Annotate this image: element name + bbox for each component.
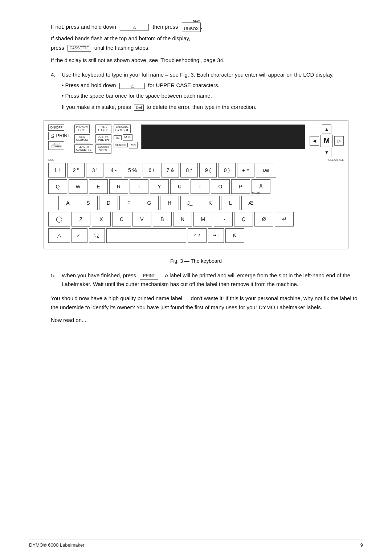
key-u[interactable]: U [170, 179, 189, 194]
mistake-text2: to delete the error, then type in the co… [147, 104, 257, 110]
number-row: 1 ! 2 " 3 ' 4 - 5 % 6 / 7 & 8 * 9 ( 0 ) … [48, 163, 344, 177]
para2-text: If shaded bands flash at the top and bot… [51, 35, 190, 41]
key-m[interactable]: M [193, 212, 212, 227]
bullet-1: • Press and hold down △ for UPPER CASE c… [62, 81, 334, 90]
key-c[interactable]: C [112, 212, 131, 227]
delta-key-bullet: △ [119, 83, 145, 89]
key-o[interactable]: O [211, 179, 230, 194]
size-key[interactable]: PREVIEW SIZE [74, 125, 90, 134]
copies-key[interactable]: 123...n COPIES [48, 141, 64, 150]
key-k[interactable]: K [201, 196, 220, 210]
paragraph-2b: press CASSETTE until the flashing stops. [51, 44, 363, 52]
nav-up-btn[interactable]: ▲ [322, 125, 331, 134]
del-key[interactable]: Del [256, 163, 276, 177]
final-para-1: You should now have a high quality print… [51, 294, 363, 312]
page-label: PAGE [252, 191, 260, 194]
press-word: press [51, 45, 64, 51]
key-s[interactable]: S [79, 196, 98, 210]
key-x[interactable]: X [92, 212, 111, 227]
nav-left-btn[interactable]: ◀ [310, 136, 319, 146]
key-ae[interactable]: Æ PAGE [241, 196, 260, 210]
key-i[interactable]: I [191, 179, 209, 194]
del-key-inline: Del [134, 105, 144, 111]
width-key[interactable]: JUSTIFY WIDTH [95, 134, 111, 143]
keyboard-top-section: ON/OFF 🖨 PRINT 123...n COPIES [48, 125, 344, 158]
width-row: JUSTIFY WIDTH [95, 134, 111, 143]
ulbox-key[interactable]: NEW UL/BOX [74, 134, 90, 143]
key-q[interactable]: Q [48, 179, 67, 194]
key-3[interactable]: 3 ' [86, 163, 103, 177]
lcd-display [141, 125, 305, 149]
space-key[interactable] [106, 228, 186, 243]
step-5: 5. When you have finished, press PRINT .… [51, 271, 363, 289]
step5-num: 5. [51, 271, 62, 289]
style-key[interactable]: ITALIC STYLE [95, 125, 111, 134]
print-key[interactable]: 🖨 PRINT [48, 132, 72, 140]
key-checkmark[interactable]: ✓ i [72, 228, 87, 243]
symbol-key[interactable]: BARCODE SYMBOL [114, 125, 131, 134]
nav-cluster: ▲ ◀ M ▷ ▼ [310, 125, 344, 158]
key-comma[interactable]: , · [214, 212, 233, 227]
mistake-text: If you make a mistake, press [62, 104, 131, 110]
key-j[interactable]: J_ [180, 196, 199, 210]
key-9[interactable]: 9 ( [199, 163, 217, 177]
step-4: 4. Use the keyboard to type in your full… [51, 70, 363, 112]
key-p[interactable]: P [231, 179, 250, 194]
key-f[interactable]: F [119, 196, 138, 210]
final-para1-text: You should now have a high quality print… [51, 295, 357, 311]
key-dots[interactable]: •• : [208, 228, 224, 243]
shift-left-key[interactable]: ◯ [48, 212, 70, 227]
key-8[interactable]: 8 * [180, 163, 198, 177]
key-g[interactable]: G [140, 196, 159, 210]
key-a[interactable]: A [58, 196, 77, 210]
mr-key[interactable]: MR [129, 142, 138, 148]
key-r[interactable]: R [109, 179, 128, 194]
mc-key[interactable]: MC [114, 135, 122, 140]
key-2[interactable]: 2 " [67, 163, 85, 177]
bullet-list: • Press and hold down △ for UPPER CASE c… [62, 81, 334, 112]
ulbox-row: NEW UL/BOX [74, 134, 93, 143]
style-row: ITALIC STYLE [95, 125, 111, 134]
on-off-key[interactable]: ON/OFF [48, 125, 64, 131]
key-o-slash[interactable]: Ø [254, 212, 273, 227]
search-row: SEARCH MR [114, 142, 138, 148]
new-label: NEW [193, 19, 200, 23]
key-z[interactable]: Z [72, 212, 90, 227]
key-5[interactable]: 5 % [124, 163, 141, 177]
key-y[interactable]: Y [150, 179, 169, 194]
key-d[interactable]: D [99, 196, 118, 210]
key-l[interactable]: L [221, 196, 240, 210]
nav-down-btn[interactable]: ▼ [322, 148, 331, 157]
size-row: PREVIEW SIZE [74, 125, 93, 134]
search-key[interactable]: SEARCH [114, 143, 128, 147]
key-b[interactable]: B [153, 212, 172, 227]
key-e[interactable]: E [89, 179, 108, 194]
key-caret[interactable]: ^ ? [188, 228, 207, 243]
key-4[interactable]: 4 - [105, 163, 122, 177]
key-plus[interactable]: + = [237, 163, 254, 177]
key-c-cedilla[interactable]: Ç [234, 212, 253, 227]
key-h[interactable]: H [160, 196, 179, 210]
cassette-row: LENGTH CASSETTE [74, 144, 93, 153]
key-6[interactable]: 6 / [143, 163, 160, 177]
step4-text: Use the keyboard to type in your full na… [62, 72, 334, 78]
key-0[interactable]: 0 ) [218, 163, 236, 177]
copies-row: 123...n COPIES [48, 141, 72, 150]
shift-right-key[interactable]: △ [48, 228, 70, 243]
key-1[interactable]: 1 ! [48, 163, 66, 177]
final-para-2: Now read on.... [51, 316, 363, 325]
key-n[interactable]: N [173, 212, 192, 227]
enter-key[interactable]: ↵ [275, 212, 294, 227]
paragraph-1: If not, press and hold down △ then press… [51, 22, 363, 32]
nav-right-btn[interactable]: ▷ [334, 136, 344, 146]
vert-key[interactable]: COLOUR VERT [95, 144, 111, 154]
key-n-tilde[interactable]: Ñ [225, 228, 244, 243]
key-7[interactable]: 7 & [162, 163, 179, 177]
key-v[interactable]: V [132, 212, 151, 227]
cassette-key[interactable]: LENGTH CASSETTE [74, 144, 93, 153]
key-w[interactable]: W [69, 179, 87, 194]
min-key[interactable]: M in [123, 134, 132, 141]
footer: DYMO® 6000 Labelmaker 9 [29, 539, 363, 548]
key-backslash[interactable]: \ ¿ [89, 228, 105, 243]
key-t[interactable]: T [130, 179, 148, 194]
